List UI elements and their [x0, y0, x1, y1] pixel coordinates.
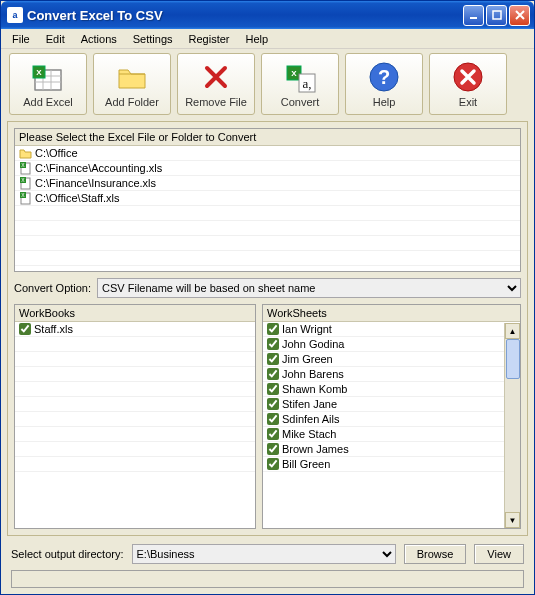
- worksheet-checkbox[interactable]: [267, 323, 279, 335]
- workbooks-body[interactable]: Staff.xls: [15, 322, 255, 528]
- view-button[interactable]: View: [474, 544, 524, 564]
- bottom-bar: Select output directory: E:\Business Bro…: [1, 538, 534, 594]
- workbook-empty-row: [15, 397, 255, 412]
- add-excel-label: Add Excel: [23, 96, 73, 108]
- scroll-thumb[interactable]: [506, 339, 520, 379]
- worksheet-label: John Barens: [282, 368, 344, 380]
- folder-icon: [19, 147, 32, 160]
- minimize-button[interactable]: [463, 5, 484, 26]
- svg-rect-0: [470, 17, 477, 19]
- workbook-label: Staff.xls: [34, 323, 73, 335]
- worksheet-checkbox[interactable]: [267, 413, 279, 425]
- output-directory-select[interactable]: E:\Business: [132, 544, 396, 564]
- workbook-empty-row: [15, 442, 255, 457]
- worksheet-checkbox[interactable]: [267, 428, 279, 440]
- worksheet-item[interactable]: Ian Wrignt: [263, 322, 504, 337]
- svg-rect-1: [493, 11, 501, 19]
- workbook-checkbox[interactable]: [19, 323, 31, 335]
- file-list-item[interactable]: XC:\Office\Staff.xls: [15, 191, 520, 206]
- remove-file-button[interactable]: Remove File: [177, 53, 255, 115]
- menu-register[interactable]: Register: [182, 31, 237, 47]
- worksheet-checkbox[interactable]: [267, 458, 279, 470]
- file-list-empty-row: [15, 221, 520, 236]
- worksheet-label: Mike Stach: [282, 428, 336, 440]
- menu-actions[interactable]: Actions: [74, 31, 124, 47]
- titlebar[interactable]: a Convert Excel To CSV: [1, 1, 534, 29]
- window: a Convert Excel To CSV FileEditActionsSe…: [0, 0, 535, 595]
- worksheet-item[interactable]: John Godina: [263, 337, 504, 352]
- scroll-up-icon[interactable]: ▲: [505, 323, 520, 339]
- add-folder-button[interactable]: Add Folder: [93, 53, 171, 115]
- file-list-item-text: C:\Finance\Accounting.xls: [35, 162, 162, 174]
- worksheet-item[interactable]: Shawn Komb: [263, 382, 504, 397]
- menu-settings[interactable]: Settings: [126, 31, 180, 47]
- worksheet-checkbox[interactable]: [267, 353, 279, 365]
- maximize-button[interactable]: [486, 5, 507, 26]
- convert-icon: Xa,: [283, 60, 317, 94]
- toolbar: XAdd ExcelAdd FolderRemove FileXa,Conver…: [1, 49, 534, 119]
- worksheet-checkbox[interactable]: [267, 443, 279, 455]
- help-button[interactable]: ?Help: [345, 53, 423, 115]
- output-row: Select output directory: E:\Business Bro…: [11, 544, 524, 564]
- svg-text:X: X: [291, 69, 297, 78]
- file-list: Please Select the Excel File or Folder t…: [14, 128, 521, 272]
- worksheets-panel: WorkSheets Ian WrigntJohn GodinaJim Gree…: [262, 304, 521, 529]
- browse-button[interactable]: Browse: [404, 544, 467, 564]
- menu-file[interactable]: File: [5, 31, 37, 47]
- worksheet-item[interactable]: Mike Stach: [263, 427, 504, 442]
- svg-text:X: X: [36, 68, 42, 77]
- worksheet-checkbox[interactable]: [267, 383, 279, 395]
- worksheet-item[interactable]: John Barens: [263, 367, 504, 382]
- worksheets-header: WorkSheets: [263, 305, 520, 322]
- file-list-empty-row: [15, 266, 520, 270]
- worksheet-label: Brown James: [282, 443, 349, 455]
- worksheet-label: Sdinfen Ails: [282, 413, 339, 425]
- scroll-down-icon[interactable]: ▼: [505, 512, 520, 528]
- workbook-empty-row: [15, 457, 255, 472]
- worksheet-item[interactable]: Sdinfen Ails: [263, 412, 504, 427]
- scrollbar[interactable]: ▲ ▼: [504, 323, 520, 528]
- title-text: Convert Excel To CSV: [27, 8, 463, 23]
- file-list-rows[interactable]: C:\OfficeXC:\Finance\Accounting.xlsXC:\F…: [15, 146, 520, 270]
- worksheet-label: Shawn Komb: [282, 383, 347, 395]
- worksheet-label: Bill Green: [282, 458, 330, 470]
- panels: WorkBooks Staff.xls WorkSheets Ian Wrign…: [14, 304, 521, 529]
- worksheet-checkbox[interactable]: [267, 368, 279, 380]
- workbook-empty-row: [15, 352, 255, 367]
- file-list-empty-row: [15, 251, 520, 266]
- worksheet-item[interactable]: Stifen Jane: [263, 397, 504, 412]
- app-icon: a: [7, 7, 23, 23]
- worksheet-item[interactable]: Bill Green: [263, 457, 504, 472]
- help-label: Help: [373, 96, 396, 108]
- worksheet-item[interactable]: Jim Green: [263, 352, 504, 367]
- remove-file-label: Remove File: [185, 96, 247, 108]
- worksheets-body[interactable]: Ian WrigntJohn GodinaJim GreenJohn Baren…: [263, 322, 504, 528]
- workbook-empty-row: [15, 367, 255, 382]
- convert-button[interactable]: Xa,Convert: [261, 53, 339, 115]
- convert-option-label: Convert Option:: [14, 282, 91, 294]
- content-area: Please Select the Excel File or Folder t…: [7, 121, 528, 536]
- worksheet-checkbox[interactable]: [267, 398, 279, 410]
- workbook-item[interactable]: Staff.xls: [15, 322, 255, 337]
- add-excel-icon: X: [31, 60, 65, 94]
- menu-edit[interactable]: Edit: [39, 31, 72, 47]
- menubar: FileEditActionsSettingsRegisterHelp: [1, 29, 534, 49]
- add-excel-button[interactable]: XAdd Excel: [9, 53, 87, 115]
- convert-option-select[interactable]: CSV Filename will be based on sheet name: [97, 278, 521, 298]
- menu-help[interactable]: Help: [239, 31, 276, 47]
- file-list-item[interactable]: XC:\Finance\Insurance.xls: [15, 176, 520, 191]
- file-list-item[interactable]: XC:\Finance\Accounting.xls: [15, 161, 520, 176]
- convert-option-row: Convert Option: CSV Filename will be bas…: [14, 278, 521, 298]
- exit-icon: [451, 60, 485, 94]
- status-bar: [11, 570, 524, 588]
- close-button[interactable]: [509, 5, 530, 26]
- file-list-item[interactable]: C:\Office: [15, 146, 520, 161]
- help-icon: ?: [367, 60, 401, 94]
- file-list-empty-row: [15, 206, 520, 221]
- workbook-empty-row: [15, 382, 255, 397]
- worksheet-checkbox[interactable]: [267, 338, 279, 350]
- worksheet-item[interactable]: Brown James: [263, 442, 504, 457]
- workbook-empty-row: [15, 427, 255, 442]
- excel-file-icon: X: [19, 162, 32, 175]
- exit-button[interactable]: Exit: [429, 53, 507, 115]
